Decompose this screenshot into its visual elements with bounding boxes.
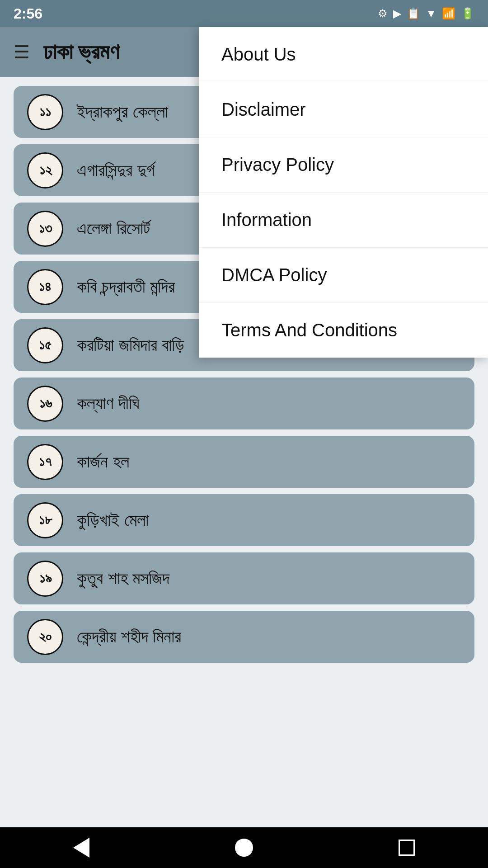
home-icon xyxy=(235,839,253,857)
dropdown-menu: About Us Disclaimer Privacy Policy Infor… xyxy=(199,27,488,358)
list-item-label: কেন্দ্রীয় শহীদ মিনার xyxy=(77,627,181,647)
list-item-badge: ১৩ xyxy=(27,211,63,247)
status-time: 2:56 xyxy=(14,5,42,22)
list-item-label: করটিয়া জমিদার বাড়ি xyxy=(77,335,184,355)
play-icon: ▶ xyxy=(393,7,401,20)
wifi-icon: ▼ xyxy=(426,7,436,20)
status-bar: 2:56 ⚙ ▶ 📋 ▼ 📶 🔋 xyxy=(0,0,488,27)
list-item-label: এগারসিন্দুর দুর্গ xyxy=(77,160,155,180)
list-item[interactable]: ১৯ কুতুব শাহ মসজিদ xyxy=(14,552,474,604)
app-title: ঢাকা ভ্রমণ xyxy=(43,39,119,65)
list-item-badge: ১৮ xyxy=(27,502,63,538)
list-item-label: কল্যাণ দীঘি xyxy=(77,394,140,414)
list-item-label: কবি চন্দ্রাবতী মন্দির xyxy=(77,277,175,297)
list-item[interactable]: ১৮ কুড়িখাই মেলা xyxy=(14,494,474,546)
dropdown-item-privacy[interactable]: Privacy Policy xyxy=(199,137,488,193)
list-item-badge: ১৫ xyxy=(27,327,63,363)
list-item-badge: ১৯ xyxy=(27,561,63,597)
status-icons: ⚙ ▶ 📋 ▼ 📶 🔋 xyxy=(378,7,474,20)
dropdown-item-terms[interactable]: Terms And Conditions xyxy=(199,303,488,358)
list-item[interactable]: ১৬ কল্যাণ দীঘি xyxy=(14,377,474,429)
bottom-nav-bar xyxy=(0,827,488,868)
back-icon xyxy=(73,838,89,858)
recent-button[interactable] xyxy=(389,830,425,866)
hamburger-menu-button[interactable]: ☰ xyxy=(14,43,30,61)
list-item-badge: ১২ xyxy=(27,152,63,189)
home-button[interactable] xyxy=(226,830,262,866)
settings-icon: ⚙ xyxy=(378,7,388,20)
dropdown-item-about[interactable]: About Us xyxy=(199,27,488,82)
list-item[interactable]: ১৭ কার্জন হল xyxy=(14,436,474,488)
list-item-label: এলেঙ্গা রিসোর্ট xyxy=(77,219,150,239)
list-item[interactable]: ২০ কেন্দ্রীয় শহীদ মিনার xyxy=(14,611,474,663)
list-item-label: কুতুব শাহ মসজিদ xyxy=(77,569,169,589)
list-item-label: কার্জন হল xyxy=(77,452,129,472)
battery-icon: 🔋 xyxy=(461,7,474,20)
back-button[interactable] xyxy=(63,830,99,866)
dropdown-item-disclaimer[interactable]: Disclaimer xyxy=(199,82,488,137)
clipboard-icon: 📋 xyxy=(407,7,420,20)
list-item-badge: ১১ xyxy=(27,94,63,130)
recent-icon xyxy=(399,840,415,856)
dropdown-item-dmca[interactable]: DMCA Policy xyxy=(199,248,488,303)
list-item-badge: ২০ xyxy=(27,619,63,655)
signal-icon: 📶 xyxy=(442,7,455,20)
list-item-badge: ১৭ xyxy=(27,444,63,480)
list-item-badge: ১৬ xyxy=(27,386,63,422)
list-item-label: কুড়িখাই মেলা xyxy=(77,510,149,530)
list-item-label: ইদ্রাকপুর কেল্লা xyxy=(77,102,168,122)
list-item-badge: ১৪ xyxy=(27,269,63,305)
dropdown-item-information[interactable]: Information xyxy=(199,193,488,248)
